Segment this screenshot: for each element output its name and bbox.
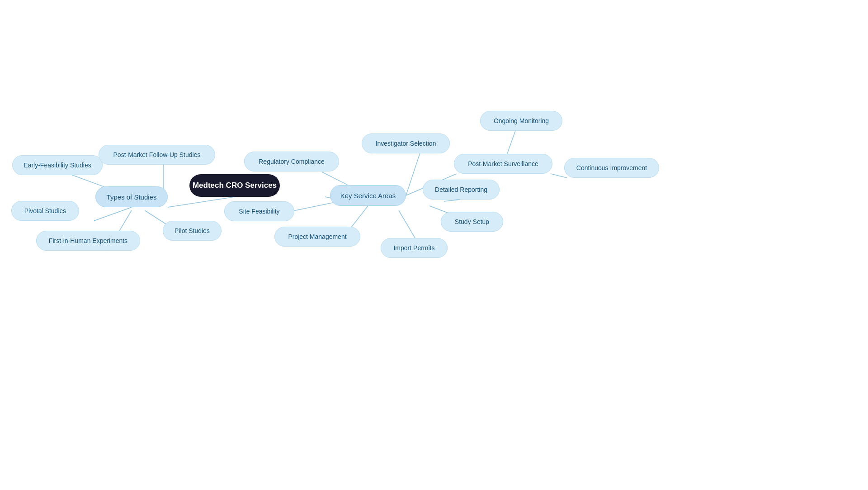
site-feasibility-node[interactable]: Site Feasibility <box>224 201 294 221</box>
import-permits-node[interactable]: Import Permits <box>381 238 448 258</box>
post-market-followup-node[interactable]: Post-Market Follow-Up Studies <box>99 145 215 165</box>
svg-line-16 <box>551 174 567 178</box>
svg-line-0 <box>168 197 235 207</box>
pivotal-studies-node[interactable]: Pivotal Studies <box>11 201 79 221</box>
center-node: Medtech CRO Services <box>189 174 280 197</box>
investigator-selection-node[interactable]: Investigator Selection <box>362 133 450 153</box>
key-service-areas-node[interactable]: Key Service Areas <box>330 185 406 206</box>
detailed-reporting-node[interactable]: Detailed Reporting <box>423 180 500 200</box>
study-setup-node[interactable]: Study Setup <box>441 212 503 232</box>
project-management-node[interactable]: Project Management <box>274 227 360 247</box>
svg-line-3 <box>94 207 132 221</box>
continuous-improvement-node[interactable]: Continuous Improvement <box>564 158 659 178</box>
first-in-human-node[interactable]: First-in-Human Experiments <box>36 231 140 251</box>
ongoing-monitoring-node[interactable]: Ongoing Monitoring <box>480 111 562 131</box>
pilot-studies-node[interactable]: Pilot Studies <box>163 221 222 241</box>
svg-line-11 <box>444 200 460 201</box>
post-market-surveillance-node[interactable]: Post-Market Surveillance <box>454 154 552 174</box>
early-feasibility-node[interactable]: Early-Feasibility Studies <box>12 155 103 175</box>
types-of-studies-node[interactable]: Types of Studies <box>95 186 168 207</box>
regulatory-compliance-node[interactable]: Regulatory Compliance <box>244 152 339 171</box>
